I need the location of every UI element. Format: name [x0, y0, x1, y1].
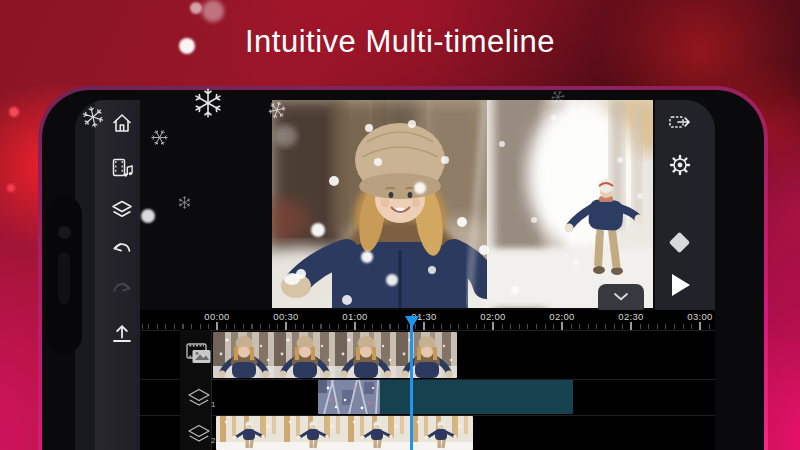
ruler-timestamp: 00:30 [273, 311, 298, 322]
ruler-minor-ticks [140, 324, 715, 329]
red-bokeh-dot [7, 184, 15, 192]
snow-dot [202, 0, 224, 22]
preview-video-frame[interactable] [272, 100, 653, 308]
left-toolbar [75, 100, 140, 450]
layers-icon[interactable] [110, 198, 134, 222]
redo-icon[interactable] [110, 278, 134, 302]
track-number: 1 [211, 400, 215, 409]
ruler-timestamp: 03:00 [687, 311, 712, 322]
selected-overlay-clip[interactable] [380, 380, 573, 414]
ruler-timestamp: 02:30 [618, 311, 643, 322]
timeline-ruler[interactable]: 00:0000:3001:0001:3002:0002:0002:3003:00 [140, 310, 715, 330]
overlay-video-clip[interactable] [216, 416, 473, 450]
track-number: 2 [211, 436, 215, 445]
playhead[interactable] [410, 316, 413, 450]
preview-canvas[interactable] [140, 100, 655, 310]
ruler-major-tick [354, 322, 356, 330]
ruler-major-tick [630, 322, 632, 330]
ruler-major-tick [699, 322, 701, 330]
red-bokeh-dot [9, 107, 19, 117]
ruler-major-tick [492, 322, 494, 330]
ruler-major-tick [423, 322, 425, 330]
undo-icon[interactable] [110, 238, 134, 262]
phone-camera [58, 226, 71, 239]
layer-track-icon[interactable] [186, 424, 212, 444]
chevron-down-icon [614, 293, 628, 301]
collapse-preview-button[interactable] [598, 284, 644, 310]
ruler-timestamp: 02:00 [480, 311, 505, 322]
export-up-icon[interactable] [110, 321, 134, 345]
settings-gear-icon[interactable] [668, 153, 692, 177]
main-video-clip[interactable] [213, 332, 457, 378]
timeline-panel: 00:0000:3001:0001:3002:0002:0002:3003:00… [140, 310, 715, 450]
phone-speaker [58, 252, 70, 304]
snowflake-icon [193, 88, 223, 118]
playhead-handle[interactable] [405, 316, 419, 328]
play-icon[interactable] [672, 274, 690, 296]
ruler-major-tick [561, 322, 563, 330]
overlay-clip-thumbnail[interactable] [318, 380, 380, 414]
snowflake-icon [80, 104, 106, 130]
ruler-timestamp: 02:00 [549, 311, 574, 322]
produce-share-icon[interactable] [668, 110, 692, 134]
page-title: Intuitive Multi-timeline [0, 24, 800, 60]
ruler-timestamp: 01:00 [342, 311, 367, 322]
home-icon[interactable] [110, 111, 134, 135]
layer-track-icon[interactable] [186, 388, 212, 408]
snow-dot [141, 209, 155, 223]
app-screen: 00:0000:3001:0001:3002:0002:0002:3003:00… [75, 100, 715, 450]
snowflake-icon [178, 196, 191, 209]
ruler-major-tick [216, 322, 218, 330]
media-music-icon[interactable] [110, 156, 134, 180]
video-photo-track-icon[interactable] [186, 343, 212, 365]
ruler-timestamp: 00:00 [204, 311, 229, 322]
snow-dot [190, 2, 202, 14]
pip-layer-photo[interactable] [462, 100, 653, 308]
ruler-major-tick [285, 322, 287, 330]
left-toolbar-strip [95, 100, 140, 450]
